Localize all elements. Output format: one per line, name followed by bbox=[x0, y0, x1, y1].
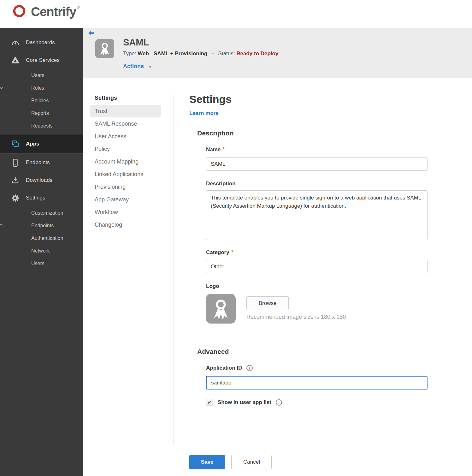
category-label-text: Category bbox=[206, 249, 229, 255]
subnav-item-linked-applications[interactable]: Linked Applications bbox=[83, 168, 174, 181]
application-id-input[interactable] bbox=[206, 376, 428, 390]
chevron-down-icon[interactable]: ⌄ bbox=[0, 85, 4, 88]
download-icon bbox=[11, 176, 20, 185]
sidebar-item-users[interactable]: Users bbox=[0, 69, 83, 82]
type-value: Web - SAML + Provisioning bbox=[138, 51, 207, 57]
browse-button[interactable]: Browse bbox=[246, 296, 289, 310]
subnav-item-policy[interactable]: Policy bbox=[83, 143, 174, 155]
status-label: Status: bbox=[218, 51, 235, 57]
subnav-item-workflow[interactable]: Workflow bbox=[83, 206, 174, 218]
caret-down-icon: ▼ bbox=[148, 64, 152, 69]
subnav-item-user-access[interactable]: User Access bbox=[83, 130, 174, 143]
name-field-label: Name* bbox=[206, 146, 225, 153]
sidebar-item-requests[interactable]: Requests bbox=[0, 120, 83, 132]
sidebar-item-label: Endpoints bbox=[26, 159, 50, 166]
subnav-item-changelog[interactable]: Changelog bbox=[83, 218, 174, 231]
name-label-text: Name bbox=[206, 146, 221, 152]
actions-label: Actions bbox=[123, 63, 144, 69]
app-title: SAML bbox=[123, 37, 149, 48]
actions-menu-button[interactable]: Actions ▼ bbox=[123, 63, 152, 70]
sidebar-item-endpoints[interactable]: Endpoints bbox=[0, 154, 83, 171]
description-field-label: Description bbox=[206, 181, 236, 187]
logo-field-label: Logo bbox=[206, 283, 219, 289]
description-textarea[interactable]: This template enables you to provide sin… bbox=[206, 190, 428, 240]
subnav-item-app-gateway[interactable]: App Gateway bbox=[83, 193, 174, 206]
apps-icon bbox=[11, 140, 20, 148]
cancel-button[interactable]: Cancel bbox=[231, 455, 272, 469]
checkmark-icon: ✔ bbox=[208, 400, 212, 405]
sidebar-item-reports[interactable]: Reports bbox=[0, 107, 83, 120]
gear-icon bbox=[11, 194, 20, 202]
sidebar-item-apps[interactable]: Apps bbox=[0, 134, 83, 154]
sidebar-item-dashboards[interactable]: Dashboards bbox=[0, 34, 83, 51]
top-bar: Centrify ® bbox=[0, 0, 472, 28]
name-input[interactable] bbox=[206, 157, 428, 171]
learn-more-link[interactable]: Learn more bbox=[189, 110, 219, 116]
sidebar: ⌄ ⌄ Dashboards bbox=[0, 28, 83, 476]
sidebar-item-network[interactable]: Network bbox=[0, 245, 83, 257]
show-in-user-app-list-label: Show in user app list bbox=[218, 399, 271, 406]
brand-name: Centrify bbox=[31, 5, 76, 19]
description-section-header: Description bbox=[197, 129, 234, 137]
sidebar-item-customization[interactable]: Customization bbox=[0, 207, 83, 219]
vertical-divider bbox=[174, 95, 174, 446]
app-meta-row: Type: Web - SAML + Provisioning • Status… bbox=[123, 51, 278, 57]
sidebar-item-downloads[interactable]: Downloads bbox=[0, 171, 83, 189]
back-arrow-icon[interactable] bbox=[88, 30, 95, 37]
app-logo-preview bbox=[206, 294, 236, 324]
page: Centrify ® ⌄ ⌄ Dashboards bbox=[0, 0, 472, 476]
sidebar-item-label: Downloads bbox=[26, 177, 52, 183]
category-field-label: Category* bbox=[206, 249, 233, 256]
centrify-swirl-icon bbox=[11, 3, 28, 21]
sidebar-item-label: Core Services bbox=[26, 57, 60, 63]
type-label: Type: bbox=[123, 51, 136, 57]
required-marker: * bbox=[222, 146, 225, 152]
sidebar-item-endpoints-settings[interactable]: Endpoints bbox=[0, 219, 83, 232]
save-button[interactable]: Save bbox=[189, 455, 225, 469]
show-in-user-app-list-row: ✔ Show in user app list i bbox=[206, 399, 282, 406]
subnav-item-trust[interactable]: Trust bbox=[90, 105, 161, 117]
sidebar-item-authentication[interactable]: Authentication bbox=[0, 232, 83, 245]
subnav-list: Trust SAML Response User Access Policy A… bbox=[83, 105, 174, 231]
bullet-separator: • bbox=[212, 51, 214, 56]
sidebar-item-roles[interactable]: Roles bbox=[0, 82, 83, 94]
sidebar-item-label: Apps bbox=[26, 141, 39, 147]
registered-mark: ® bbox=[77, 5, 80, 10]
core-services-icon bbox=[11, 56, 20, 65]
subnav-header: Settings bbox=[83, 95, 174, 101]
sidebar-item-label: Settings bbox=[26, 195, 45, 201]
page-title: Settings bbox=[189, 93, 232, 105]
form-actions: Save Cancel bbox=[189, 455, 272, 469]
centrify-logo: Centrify ® bbox=[11, 3, 80, 21]
required-marker: * bbox=[231, 249, 233, 255]
app-logo-badge bbox=[95, 39, 114, 58]
app-header: SAML Type: Web - SAML + Provisioning • S… bbox=[83, 28, 472, 78]
subnav-item-provisioning[interactable]: Provisioning bbox=[83, 181, 174, 193]
advanced-section-header: Advanced bbox=[197, 348, 229, 355]
show-in-user-app-list-checkbox[interactable]: ✔ bbox=[206, 399, 213, 406]
sidebar-item-core-services[interactable]: Core Services bbox=[0, 51, 83, 69]
subnav-item-saml-response[interactable]: SAML Response bbox=[83, 117, 174, 130]
info-icon[interactable]: i bbox=[246, 365, 253, 371]
info-icon[interactable]: i bbox=[276, 399, 282, 406]
sidebar-item-users-settings[interactable]: Users bbox=[0, 257, 83, 270]
sidebar-item-policies[interactable]: Policies bbox=[0, 94, 83, 107]
application-id-label-text: Application ID bbox=[206, 365, 242, 371]
gauge-icon bbox=[11, 39, 20, 47]
logo-size-hint: Recommended image size is 180 x 180 bbox=[246, 314, 346, 320]
app-settings-subnav: Settings Trust SAML Response User Access… bbox=[83, 95, 174, 231]
sidebar-item-settings[interactable]: Settings bbox=[0, 189, 83, 207]
application-id-field-label: Application ID i bbox=[206, 365, 253, 371]
status-value: Ready to Deploy bbox=[236, 51, 278, 57]
sidebar-item-label: Dashboards bbox=[26, 39, 55, 46]
subnav-item-account-mapping[interactable]: Account Mapping bbox=[83, 155, 174, 168]
chevron-down-icon[interactable]: ⌄ bbox=[0, 222, 4, 225]
category-input[interactable] bbox=[206, 260, 428, 273]
smartphone-icon bbox=[11, 158, 20, 167]
settings-panel: Settings Learn more Description Name* De… bbox=[189, 93, 435, 476]
